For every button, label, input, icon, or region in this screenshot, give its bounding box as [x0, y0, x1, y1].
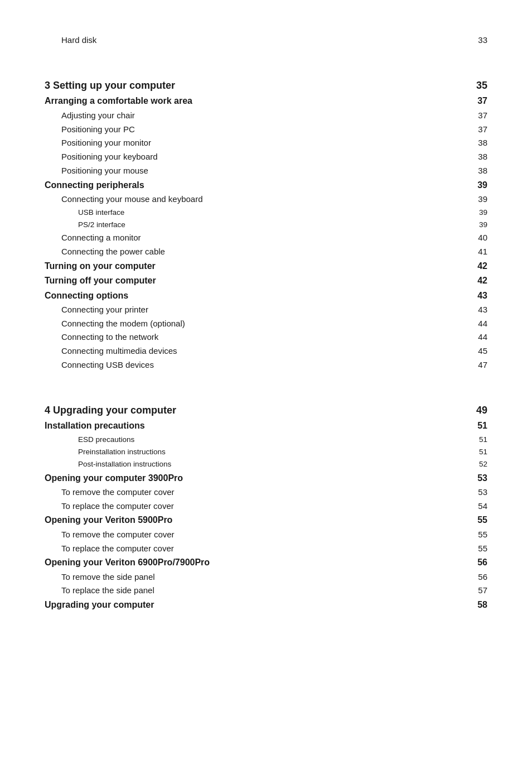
- toc-entry: Positioning your mouse38: [45, 164, 487, 178]
- toc-entry: Connecting options43: [45, 289, 487, 303]
- toc-page-number: 55: [471, 528, 487, 542]
- toc-page-number: 52: [471, 458, 487, 470]
- toc-page-number: 38: [471, 164, 487, 178]
- toc-page-number: 55: [471, 542, 487, 556]
- toc-page-number: 41: [471, 245, 487, 259]
- toc-entry: 4 Upgrading your computer49: [45, 402, 487, 419]
- toc-page-number: 51: [471, 434, 487, 446]
- toc-entry: Adjusting your chair37: [45, 109, 487, 123]
- toc-entry: Opening your Veriton 6900Pro/7900Pro56: [45, 555, 487, 570]
- toc-entry: 3 Setting up your computer35: [45, 78, 487, 94]
- toc-entry: Positioning your monitor38: [45, 136, 487, 150]
- toc-entry: Upgrading your computer58: [45, 598, 487, 612]
- toc-label: Connecting the modem (optional): [45, 317, 471, 331]
- toc-label: Arranging a comfortable work area: [45, 94, 471, 108]
- toc-entry: Post-installation instructions52: [45, 458, 487, 470]
- toc-label: To remove the computer cover: [45, 486, 471, 499]
- toc-page-number: 42: [471, 273, 487, 288]
- toc-label: Installation precautions: [45, 419, 471, 433]
- toc-label: Upgrading your computer: [45, 598, 471, 612]
- toc-label: Adjusting your chair: [45, 109, 471, 123]
- toc-entry: ESD precautions51: [45, 434, 487, 446]
- toc-page-number: 35: [471, 78, 487, 94]
- spacer: [45, 47, 487, 68]
- toc-label: USB interface: [45, 206, 471, 219]
- toc-label: Connecting options: [45, 289, 471, 303]
- toc-page-number: 37: [471, 94, 487, 108]
- toc-page-number: 58: [471, 598, 487, 612]
- toc-entry: Turning off your computer42: [45, 273, 487, 288]
- toc-page-number: 56: [471, 555, 487, 570]
- toc-entry: Connecting peripherals39: [45, 178, 487, 193]
- toc-page-number: 38: [471, 150, 487, 164]
- spacer: [45, 372, 487, 392]
- toc-page-number: 39: [471, 206, 487, 219]
- toc-entry: Positioning your keyboard38: [45, 150, 487, 164]
- toc-entry: To replace the computer cover54: [45, 499, 487, 513]
- toc-entry: Connecting your printer43: [45, 303, 487, 317]
- toc-entry: Connecting to the network44: [45, 330, 487, 344]
- toc-label: Opening your Veriton 6900Pro/7900Pro: [45, 555, 471, 570]
- toc-label: 3 Setting up your computer: [45, 78, 471, 94]
- toc-label: Opening your computer 3900Pro: [45, 471, 471, 486]
- toc-entry: Connecting the power cable41: [45, 245, 487, 259]
- toc-entry: Connecting your mouse and keyboard39: [45, 193, 487, 206]
- toc-entry: Turning on your computer42: [45, 259, 487, 273]
- toc-label: Turning on your computer: [45, 259, 471, 273]
- toc-label: Connecting to the network: [45, 330, 471, 344]
- toc-page-number: 45: [471, 344, 487, 358]
- toc-entry: Connecting USB devices47: [45, 358, 487, 372]
- toc-page-number: 38: [471, 136, 487, 150]
- toc-label: ESD precautions: [45, 434, 471, 446]
- toc-label: Connecting USB devices: [45, 358, 471, 372]
- toc-page-number: 39: [471, 193, 487, 206]
- toc-entry: PS/2 interface39: [45, 219, 487, 231]
- toc-label: Positioning your keyboard: [45, 150, 471, 164]
- toc-entry: USB interface39: [45, 206, 487, 219]
- toc-label: Opening your Veriton 5900Pro: [45, 513, 471, 527]
- toc-label: Preinstallation instructions: [45, 446, 471, 458]
- toc-label: Positioning your PC: [45, 123, 471, 137]
- toc-entry: To replace the side panel57: [45, 584, 487, 598]
- toc-label: Positioning your monitor: [45, 136, 471, 150]
- toc-label: Positioning your mouse: [45, 164, 471, 178]
- toc-label: Connecting multimedia devices: [45, 344, 471, 358]
- toc-entry: Hard disk33: [45, 33, 487, 47]
- toc-label: To replace the computer cover: [45, 499, 471, 513]
- toc-entry: Arranging a comfortable work area37: [45, 94, 487, 108]
- toc-label: Connecting a monitor: [45, 231, 471, 245]
- toc-page-number: 40: [471, 231, 487, 245]
- toc-page-number: 49: [471, 402, 487, 419]
- toc-page-number: 43: [471, 303, 487, 317]
- toc-page-number: 53: [471, 486, 487, 499]
- toc-page-number: 39: [471, 219, 487, 231]
- toc-label: To remove the computer cover: [45, 528, 471, 542]
- toc-page-number: 44: [471, 330, 487, 344]
- toc-label: Turning off your computer: [45, 273, 471, 288]
- toc-label: 4 Upgrading your computer: [45, 402, 471, 419]
- toc-entry: To remove the side panel56: [45, 570, 487, 584]
- toc-page-number: 56: [471, 570, 487, 584]
- toc-entry: Installation precautions51: [45, 419, 487, 433]
- toc-page-number: 57: [471, 584, 487, 598]
- toc-entry: Positioning your PC37: [45, 123, 487, 137]
- toc-entry: To remove the computer cover53: [45, 486, 487, 499]
- toc-entry: To replace the computer cover55: [45, 542, 487, 556]
- toc-label: Post-installation instructions: [45, 458, 471, 470]
- toc-page-number: 51: [471, 419, 487, 433]
- toc-entry: Opening your Veriton 5900Pro55: [45, 513, 487, 527]
- table-of-contents: Hard disk333 Setting up your computer35A…: [45, 33, 487, 613]
- toc-page-number: 53: [471, 471, 487, 486]
- toc-entry: Preinstallation instructions51: [45, 446, 487, 458]
- toc-label: Connecting peripherals: [45, 178, 471, 193]
- toc-label: To replace the side panel: [45, 584, 471, 598]
- toc-label: To replace the computer cover: [45, 542, 471, 556]
- toc-page-number: 51: [471, 446, 487, 458]
- toc-label: Connecting the power cable: [45, 245, 471, 259]
- toc-entry: Connecting multimedia devices45: [45, 344, 487, 358]
- toc-label: To remove the side panel: [45, 570, 471, 584]
- toc-page-number: 39: [471, 178, 487, 193]
- toc-page-number: 33: [471, 33, 487, 47]
- toc-entry: To remove the computer cover55: [45, 528, 487, 542]
- toc-entry: Connecting a monitor40: [45, 231, 487, 245]
